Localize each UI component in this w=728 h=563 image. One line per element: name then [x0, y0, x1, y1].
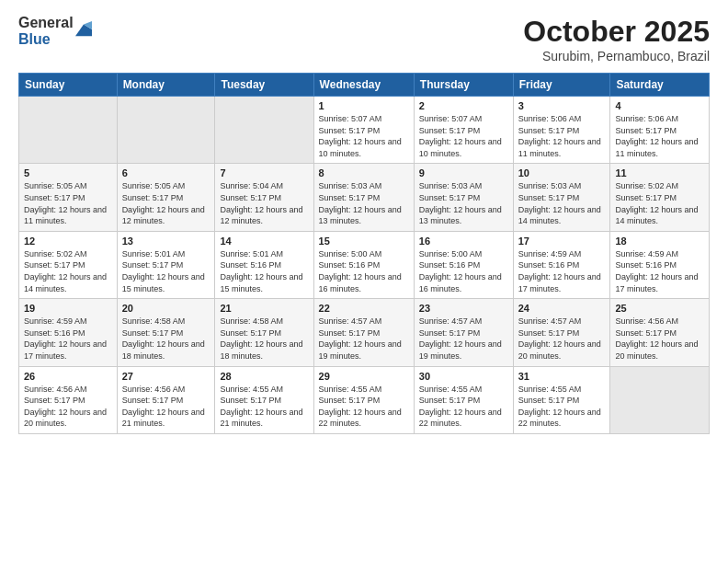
calendar-cell-0-6: 4Sunrise: 5:06 AMSunset: 5:17 PMDaylight…	[610, 97, 710, 164]
day-info-15: Sunrise: 5:00 AMSunset: 5:16 PMDaylight:…	[319, 248, 409, 294]
calendar-cell-4-1: 27Sunrise: 4:56 AMSunset: 5:17 PMDayligh…	[117, 366, 215, 433]
calendar-cell-3-2: 21Sunrise: 4:58 AMSunset: 5:17 PMDayligh…	[215, 299, 313, 366]
day-info-23: Sunrise: 4:57 AMSunset: 5:17 PMDaylight:…	[419, 316, 508, 362]
day-number-21: 21	[220, 303, 308, 314]
logo-icon	[75, 21, 92, 38]
calendar-cell-1-5: 10Sunrise: 5:03 AMSunset: 5:17 PMDayligh…	[513, 164, 610, 231]
day-info-22: Sunrise: 4:57 AMSunset: 5:17 PMDaylight:…	[319, 316, 409, 362]
calendar-cell-3-4: 23Sunrise: 4:57 AMSunset: 5:17 PMDayligh…	[414, 299, 513, 366]
day-info-7: Sunrise: 5:04 AMSunset: 5:17 PMDaylight:…	[220, 180, 308, 226]
calendar-cell-2-6: 18Sunrise: 4:59 AMSunset: 5:16 PMDayligh…	[610, 231, 710, 298]
day-info-2: Sunrise: 5:07 AMSunset: 5:17 PMDaylight:…	[419, 113, 508, 159]
calendar-cell-1-0: 5Sunrise: 5:05 AMSunset: 5:17 PMDaylight…	[19, 164, 118, 231]
day-number-16: 16	[419, 236, 508, 247]
day-number-17: 17	[518, 236, 606, 247]
calendar-cell-0-1	[117, 97, 215, 164]
day-info-11: Sunrise: 5:02 AMSunset: 5:17 PMDaylight:…	[615, 180, 704, 226]
day-number-3: 3	[518, 100, 606, 111]
header-thursday: Thursday	[414, 74, 513, 97]
day-info-18: Sunrise: 4:59 AMSunset: 5:16 PMDaylight:…	[615, 248, 704, 294]
calendar-table: Sunday Monday Tuesday Wednesday Thursday…	[18, 73, 710, 434]
title-block: October 2025 Surubim, Pernambuco, Brazil	[523, 15, 710, 63]
calendar-cell-1-4: 9Sunrise: 5:03 AMSunset: 5:17 PMDaylight…	[414, 164, 513, 231]
day-info-25: Sunrise: 4:56 AMSunset: 5:17 PMDaylight:…	[615, 316, 704, 362]
calendar-cell-2-2: 14Sunrise: 5:01 AMSunset: 5:16 PMDayligh…	[215, 231, 313, 298]
weekday-header-row: Sunday Monday Tuesday Wednesday Thursday…	[19, 74, 710, 97]
day-info-21: Sunrise: 4:58 AMSunset: 5:17 PMDaylight:…	[220, 316, 308, 362]
day-number-2: 2	[419, 100, 508, 111]
day-info-3: Sunrise: 5:06 AMSunset: 5:17 PMDaylight:…	[518, 113, 606, 159]
calendar-cell-4-3: 29Sunrise: 4:55 AMSunset: 5:17 PMDayligh…	[313, 366, 414, 433]
week-row-5: 26Sunrise: 4:56 AMSunset: 5:17 PMDayligh…	[19, 366, 710, 433]
day-number-8: 8	[319, 167, 409, 178]
week-row-4: 19Sunrise: 4:59 AMSunset: 5:16 PMDayligh…	[19, 299, 710, 366]
day-number-4: 4	[615, 100, 704, 111]
day-info-26: Sunrise: 4:56 AMSunset: 5:17 PMDaylight:…	[24, 384, 112, 430]
calendar-cell-0-3: 1Sunrise: 5:07 AMSunset: 5:17 PMDaylight…	[313, 97, 414, 164]
calendar-cell-4-2: 28Sunrise: 4:55 AMSunset: 5:17 PMDayligh…	[215, 366, 313, 433]
calendar-cell-1-1: 6Sunrise: 5:05 AMSunset: 5:17 PMDaylight…	[117, 164, 215, 231]
day-info-24: Sunrise: 4:57 AMSunset: 5:17 PMDaylight:…	[518, 316, 606, 362]
day-number-14: 14	[220, 236, 308, 247]
day-number-31: 31	[518, 371, 606, 382]
day-number-24: 24	[518, 303, 606, 314]
day-number-25: 25	[615, 303, 704, 314]
calendar-cell-2-1: 13Sunrise: 5:01 AMSunset: 5:17 PMDayligh…	[117, 231, 215, 298]
day-number-29: 29	[319, 371, 409, 382]
day-info-4: Sunrise: 5:06 AMSunset: 5:17 PMDaylight:…	[615, 113, 704, 159]
header-sunday: Sunday	[19, 74, 118, 97]
day-info-29: Sunrise: 4:55 AMSunset: 5:17 PMDaylight:…	[319, 384, 409, 430]
day-info-17: Sunrise: 4:59 AMSunset: 5:16 PMDaylight:…	[518, 248, 606, 294]
day-info-16: Sunrise: 5:00 AMSunset: 5:16 PMDaylight:…	[419, 248, 508, 294]
calendar-cell-2-5: 17Sunrise: 4:59 AMSunset: 5:16 PMDayligh…	[513, 231, 610, 298]
day-info-1: Sunrise: 5:07 AMSunset: 5:17 PMDaylight:…	[319, 113, 409, 159]
calendar-cell-4-5: 31Sunrise: 4:55 AMSunset: 5:17 PMDayligh…	[513, 366, 610, 433]
location-subtitle: Surubim, Pernambuco, Brazil	[523, 49, 710, 63]
day-number-13: 13	[122, 236, 210, 247]
header-friday: Friday	[513, 74, 610, 97]
day-info-13: Sunrise: 5:01 AMSunset: 5:17 PMDaylight:…	[122, 248, 210, 294]
week-row-3: 12Sunrise: 5:02 AMSunset: 5:17 PMDayligh…	[19, 231, 710, 298]
week-row-1: 1Sunrise: 5:07 AMSunset: 5:17 PMDaylight…	[19, 97, 710, 164]
calendar-cell-0-4: 2Sunrise: 5:07 AMSunset: 5:17 PMDaylight…	[414, 97, 513, 164]
day-number-1: 1	[319, 100, 409, 111]
calendar-cell-1-6: 11Sunrise: 5:02 AMSunset: 5:17 PMDayligh…	[610, 164, 710, 231]
day-info-20: Sunrise: 4:58 AMSunset: 5:17 PMDaylight:…	[122, 316, 210, 362]
day-number-23: 23	[419, 303, 508, 314]
day-number-19: 19	[24, 303, 112, 314]
day-info-12: Sunrise: 5:02 AMSunset: 5:17 PMDaylight:…	[24, 248, 112, 294]
header: General Blue October 2025 Surubim, Perna…	[18, 15, 710, 63]
calendar-cell-4-4: 30Sunrise: 4:55 AMSunset: 5:17 PMDayligh…	[414, 366, 513, 433]
calendar-cell-4-6	[610, 366, 710, 433]
day-number-12: 12	[24, 236, 112, 247]
day-info-28: Sunrise: 4:55 AMSunset: 5:17 PMDaylight:…	[220, 384, 308, 430]
day-info-9: Sunrise: 5:03 AMSunset: 5:17 PMDaylight:…	[419, 180, 508, 226]
day-number-10: 10	[518, 167, 606, 178]
calendar-cell-1-3: 8Sunrise: 5:03 AMSunset: 5:17 PMDaylight…	[313, 164, 414, 231]
header-monday: Monday	[117, 74, 215, 97]
logo-general: General	[18, 15, 74, 31]
calendar-cell-0-0	[19, 97, 118, 164]
calendar-cell-2-4: 16Sunrise: 5:00 AMSunset: 5:16 PMDayligh…	[414, 231, 513, 298]
week-row-2: 5Sunrise: 5:05 AMSunset: 5:17 PMDaylight…	[19, 164, 710, 231]
day-info-6: Sunrise: 5:05 AMSunset: 5:17 PMDaylight:…	[122, 180, 210, 226]
header-wednesday: Wednesday	[313, 74, 414, 97]
day-number-15: 15	[319, 236, 409, 247]
day-info-31: Sunrise: 4:55 AMSunset: 5:17 PMDaylight:…	[518, 384, 606, 430]
day-info-30: Sunrise: 4:55 AMSunset: 5:17 PMDaylight:…	[419, 384, 508, 430]
calendar-cell-3-3: 22Sunrise: 4:57 AMSunset: 5:17 PMDayligh…	[313, 299, 414, 366]
day-info-10: Sunrise: 5:03 AMSunset: 5:17 PMDaylight:…	[518, 180, 606, 226]
day-number-30: 30	[419, 371, 508, 382]
logo: General Blue	[18, 15, 92, 47]
page: General Blue October 2025 Surubim, Perna…	[0, 0, 728, 563]
day-info-19: Sunrise: 4:59 AMSunset: 5:16 PMDaylight:…	[24, 316, 112, 362]
calendar-cell-2-3: 15Sunrise: 5:00 AMSunset: 5:16 PMDayligh…	[313, 231, 414, 298]
day-info-14: Sunrise: 5:01 AMSunset: 5:16 PMDaylight:…	[220, 248, 308, 294]
calendar-cell-4-0: 26Sunrise: 4:56 AMSunset: 5:17 PMDayligh…	[19, 366, 118, 433]
calendar-cell-2-0: 12Sunrise: 5:02 AMSunset: 5:17 PMDayligh…	[19, 231, 118, 298]
day-number-11: 11	[615, 167, 704, 178]
day-number-6: 6	[122, 167, 210, 178]
calendar-cell-3-0: 19Sunrise: 4:59 AMSunset: 5:16 PMDayligh…	[19, 299, 118, 366]
month-title: October 2025	[523, 15, 710, 49]
day-info-8: Sunrise: 5:03 AMSunset: 5:17 PMDaylight:…	[319, 180, 409, 226]
